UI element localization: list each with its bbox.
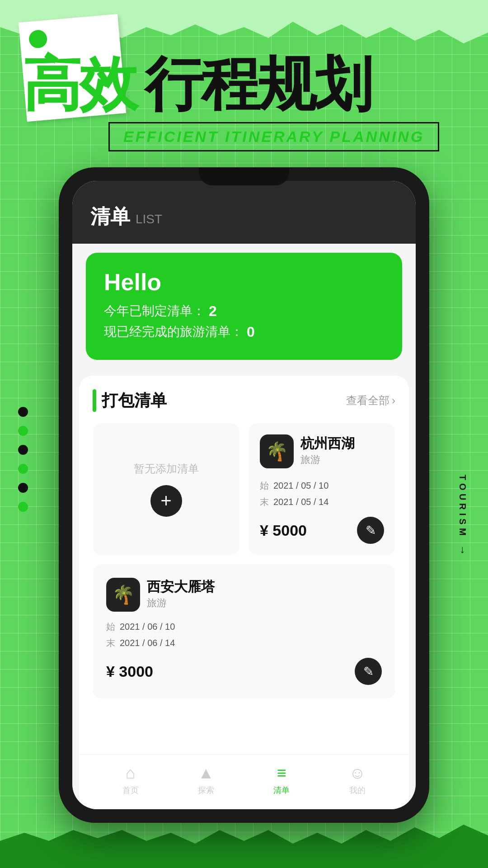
trip-end-date-xian: 2021 / 06 / 14: [120, 635, 175, 651]
edit-button-hangzhou[interactable]: ✎: [357, 517, 384, 544]
edit-icon-xian: ✎: [363, 664, 374, 679]
tourism-letter-m: M: [457, 528, 468, 537]
phone-screen: 清单 LIST Hello 今年已制定清单： 2 现已经完成的旅游清单： 0: [72, 181, 416, 809]
trip-end-label-hangzhou: 末: [260, 494, 269, 510]
nav-item-home[interactable]: ⌂ 首页: [122, 764, 139, 796]
nav-label-explore: 探索: [198, 785, 214, 796]
trip-name-xian: 西安大雁塔: [147, 578, 215, 596]
trip-end-hangzhou: 末 2021 / 05 / 14: [260, 494, 384, 510]
view-all-label: 查看全部: [346, 393, 389, 408]
subtitle-en-text: EFFICIENT ITINERARY PLANNING: [123, 128, 424, 146]
tourism-letter-s: S: [457, 519, 468, 525]
hello-stat-2: 现已经完成的旅游清单： 0: [104, 323, 384, 340]
side-dot-3: [18, 445, 28, 455]
tourism-letter-i: I: [457, 513, 468, 517]
trip-price-hangzhou: ¥ 5000: [260, 522, 307, 539]
tourism-letter-u: U: [457, 494, 468, 501]
app-header-title-en: LIST: [136, 212, 162, 226]
trip-end-xian: 末 2021 / 06 / 14: [106, 635, 382, 651]
trip-type-xian: 旅游: [147, 596, 215, 610]
side-dot-6: [18, 502, 28, 512]
side-dot-4: [18, 464, 28, 474]
trip-icon-hangzhou: 🌴: [260, 434, 294, 468]
trip-dates-xian: 始 2021 / 06 / 10 末 2021 / 06 / 14: [106, 618, 382, 651]
trip-info-hangzhou: 杭州西湖 旅游: [300, 434, 355, 467]
trip-card-hangzhou-header: 🌴 杭州西湖 旅游: [260, 434, 384, 468]
trip-type-hangzhou: 旅游: [300, 453, 355, 467]
section-header: 打包清单 查看全部 ›: [93, 389, 395, 412]
trip-name-hangzhou: 杭州西湖: [300, 434, 355, 453]
edit-icon-hangzhou: ✎: [366, 523, 376, 538]
hello-card: Hello 今年已制定清单： 2 现已经完成的旅游清单： 0: [86, 253, 402, 360]
side-dot-2: [18, 426, 28, 436]
home-icon: ⌂: [126, 764, 136, 783]
trip-card-xian-header: 🌴 西安大雁塔 旅游: [106, 578, 382, 612]
trip-start-date-xian: 2021 / 06 / 10: [120, 618, 175, 635]
trip-footer-hangzhou: ¥ 5000 ✎: [260, 517, 384, 544]
subtitle-badge: EFFICIENT ITINERARY PLANNING: [108, 122, 439, 151]
view-all-chevron: ›: [392, 394, 395, 407]
app-header-title: 清单 LIST: [90, 203, 398, 230]
trip-dates-hangzhou: 始 2021 / 05 / 10 末 2021 / 05 / 14: [260, 477, 384, 510]
trip-start-hangzhou: 始 2021 / 05 / 10: [260, 477, 384, 494]
hello-stat-1-label: 今年已制定清单：: [104, 302, 205, 320]
nav-item-list[interactable]: ≡ 清单: [273, 764, 290, 796]
section-title: 打包清单: [102, 390, 167, 412]
side-dot-1: [18, 407, 28, 417]
bottom-nav: ⌂ 首页 ▲ 探索 ≡ 清单 ☺ 我的: [79, 754, 409, 809]
nav-item-explore[interactable]: ▲ 探索: [198, 764, 214, 796]
nav-item-profile[interactable]: ☺ 我的: [349, 764, 366, 796]
cards-grid: 暂无添加清单 + 🌴 杭州西湖 旅游: [93, 423, 395, 555]
trip-card-hangzhou[interactable]: 🌴 杭州西湖 旅游 始 2021 / 05 / 10: [249, 423, 395, 555]
explore-icon: ▲: [198, 764, 214, 783]
empty-card-text: 暂无添加清单: [134, 462, 199, 476]
profile-icon: ☺: [349, 764, 366, 783]
trip-end-date-hangzhou: 2021 / 05 / 14: [273, 494, 328, 510]
nav-label-profile: 我的: [349, 785, 366, 796]
tourism-letter-t: T: [457, 475, 468, 481]
view-all-button[interactable]: 查看全部 ›: [346, 393, 395, 408]
trip-start-date-hangzhou: 2021 / 05 / 10: [273, 477, 328, 494]
trip-start-xian: 始 2021 / 06 / 10: [106, 618, 382, 635]
app-body: 打包清单 查看全部 › 暂无添加清单 +: [79, 376, 409, 754]
nav-label-home: 首页: [122, 785, 139, 796]
hello-stat-2-label: 现已经完成的旅游清单：: [104, 323, 243, 340]
app-header-title-cn: 清单: [90, 203, 130, 230]
side-text-tourism: T O U R I S M ↓: [457, 475, 468, 556]
hello-stat-1-value: 2: [209, 303, 217, 320]
trip-start-label-hangzhou: 始: [260, 477, 269, 494]
title-gaoxiao: 高效: [23, 45, 136, 125]
app-header: 清单 LIST: [72, 181, 416, 244]
list-icon: ≡: [277, 764, 286, 783]
section-indicator: [93, 389, 96, 412]
main-title-area: 高效 行程规划: [23, 45, 371, 125]
side-dot-5: [18, 483, 28, 493]
phone-container: 清单 LIST Hello 今年已制定清单： 2 现已经完成的旅游清单： 0: [59, 167, 429, 823]
trip-info-xian: 西安大雁塔 旅游: [147, 578, 215, 610]
phone-frame: 清单 LIST Hello 今年已制定清单： 2 现已经完成的旅游清单： 0: [59, 167, 429, 823]
trip-icon-xian: 🌴: [106, 578, 140, 612]
empty-card: 暂无添加清单 +: [93, 423, 239, 555]
trip-footer-xian: ¥ 3000 ✎: [106, 658, 382, 685]
trip-start-label-xian: 始: [106, 618, 115, 635]
hello-stat-2-value: 0: [247, 324, 255, 340]
hello-stat-1: 今年已制定清单： 2: [104, 302, 384, 320]
trip-end-label-xian: 末: [106, 635, 115, 651]
edit-button-xian[interactable]: ✎: [355, 658, 382, 685]
tourism-letter-r: R: [457, 503, 468, 510]
trip-price-xian: ¥ 3000: [106, 663, 153, 680]
phone-notch: [199, 167, 289, 185]
add-icon: +: [160, 490, 172, 512]
hello-greeting: Hello: [104, 269, 384, 296]
tourism-letter-o: O: [457, 483, 468, 491]
add-button[interactable]: +: [150, 485, 182, 517]
nav-label-list: 清单: [273, 785, 290, 796]
trip-card-xian[interactable]: 🌴 西安大雁塔 旅游 始 2021 / 06 / 10 末: [93, 564, 395, 698]
title-xingcheng: 行程规划: [145, 45, 371, 125]
section-title-row: 打包清单: [93, 389, 167, 412]
side-arrow-icon: ↓: [460, 543, 465, 556]
side-dots: [18, 407, 28, 512]
